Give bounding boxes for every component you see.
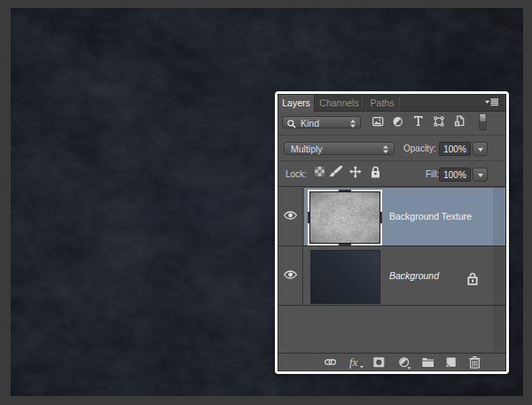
svg-text:fx: fx: [349, 355, 358, 369]
